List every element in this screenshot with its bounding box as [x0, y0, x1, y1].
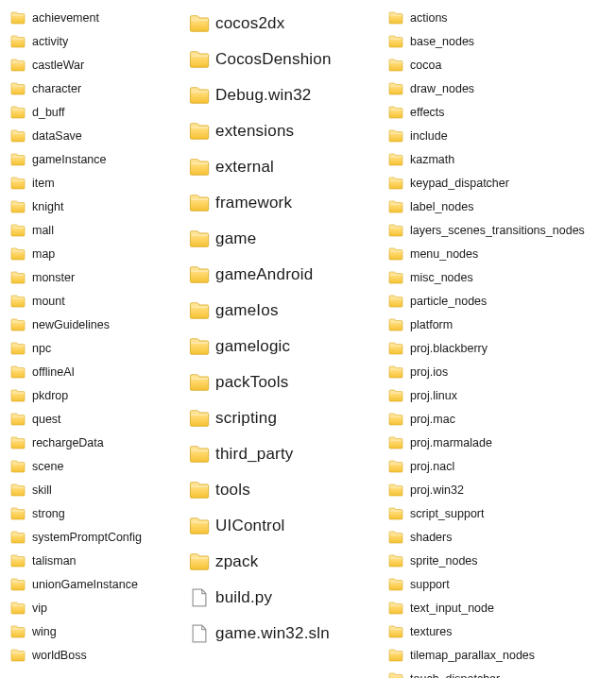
- folder-icon: [189, 193, 210, 213]
- folder-item[interactable]: proj.win32: [387, 478, 589, 501]
- item-label: UIControl: [215, 517, 285, 535]
- folder-item[interactable]: Debug.win32: [189, 77, 387, 113]
- folder-item[interactable]: map: [9, 242, 189, 265]
- folder-icon: [9, 80, 26, 97]
- folder-item[interactable]: tools: [189, 472, 387, 508]
- folder-item[interactable]: wing: [9, 619, 189, 643]
- item-label: proj.mac: [410, 413, 455, 426]
- folder-item[interactable]: item: [9, 171, 189, 195]
- folder-item[interactable]: packTools: [189, 364, 387, 400]
- folder-item[interactable]: vip: [9, 596, 189, 619]
- item-label: proj.marmalade: [410, 436, 492, 449]
- folder-item[interactable]: support: [387, 572, 589, 596]
- folder-item[interactable]: npc: [9, 336, 189, 360]
- folder-item[interactable]: shaders: [387, 525, 589, 549]
- file-item[interactable]: build.py: [189, 580, 387, 616]
- folder-item[interactable]: talisman: [9, 549, 189, 572]
- item-label: menu_nodes: [410, 247, 478, 261]
- file-item[interactable]: game.win32.sln: [189, 616, 387, 652]
- folder-item[interactable]: d_buff: [9, 100, 189, 124]
- folder-item[interactable]: monster: [9, 265, 189, 289]
- item-label: shaders: [410, 531, 452, 544]
- folder-item[interactable]: layers_scenes_transitions_nodes: [387, 218, 589, 242]
- folder-item[interactable]: proj.marmalade: [387, 431, 589, 454]
- folder-item[interactable]: kazmath: [387, 147, 589, 171]
- item-label: CocosDenshion: [215, 50, 332, 69]
- folder-item[interactable]: systemPromptConfig: [9, 525, 189, 549]
- folder-icon: [9, 482, 26, 499]
- folder-item[interactable]: touch_dispatcher: [387, 667, 589, 678]
- folder-item[interactable]: quest: [9, 407, 189, 431]
- folder-item[interactable]: script_support: [387, 501, 589, 525]
- folder-item[interactable]: skill: [9, 478, 189, 501]
- folder-item[interactable]: dataSave: [9, 124, 189, 147]
- folder-item[interactable]: platform: [387, 313, 589, 336]
- folder-item[interactable]: zpack: [189, 544, 387, 580]
- item-label: proj.linux: [410, 389, 457, 402]
- folder-item[interactable]: proj.ios: [387, 360, 589, 383]
- folder-item[interactable]: rechargeData: [9, 431, 189, 454]
- folder-item[interactable]: unionGameInstance: [9, 572, 189, 596]
- item-label: activity: [32, 35, 68, 48]
- folder-icon: [9, 104, 26, 121]
- folder-item[interactable]: cocos2dx: [189, 6, 387, 42]
- folder-item[interactable]: game: [189, 221, 387, 257]
- folder-item[interactable]: proj.nacl: [387, 454, 589, 478]
- folder-item[interactable]: menu_nodes: [387, 242, 589, 265]
- folder-item[interactable]: pkdrop: [9, 383, 189, 407]
- folder-icon: [9, 576, 26, 593]
- folder-item[interactable]: gameInstance: [9, 147, 189, 171]
- folder-item[interactable]: offlineAI: [9, 360, 189, 383]
- folder-item[interactable]: draw_nodes: [387, 76, 589, 100]
- folder-item[interactable]: include: [387, 124, 589, 147]
- folder-item[interactable]: actions: [387, 6, 589, 29]
- folder-icon: [9, 151, 26, 168]
- folder-item[interactable]: framework: [189, 185, 387, 221]
- folder-item[interactable]: particle_nodes: [387, 289, 589, 313]
- item-label: wing: [32, 625, 57, 638]
- column-2: cocos2dxCocosDenshionDebug.win32extensio…: [189, 6, 387, 652]
- folder-item[interactable]: gameAndroid: [189, 257, 387, 293]
- folder-item[interactable]: strong: [9, 501, 189, 525]
- folder-item[interactable]: textures: [387, 619, 589, 643]
- folder-item[interactable]: extensions: [189, 113, 387, 149]
- folder-icon: [387, 293, 404, 310]
- folder-item[interactable]: newGuidelines: [9, 313, 189, 336]
- folder-item[interactable]: achievement: [9, 6, 189, 29]
- item-label: game: [215, 229, 256, 248]
- folder-item[interactable]: worldBoss: [9, 643, 189, 667]
- folder-item[interactable]: gamelogic: [189, 329, 387, 364]
- folder-item[interactable]: effects: [387, 100, 589, 124]
- folder-item[interactable]: castleWar: [9, 53, 189, 76]
- folder-item[interactable]: keypad_dispatcher: [387, 171, 589, 195]
- folder-icon: [9, 529, 26, 546]
- item-label: gameIos: [215, 301, 279, 320]
- folder-item[interactable]: activity: [9, 29, 189, 53]
- folder-item[interactable]: third_party: [189, 436, 387, 472]
- folder-item[interactable]: label_nodes: [387, 195, 589, 218]
- folder-item[interactable]: misc_nodes: [387, 265, 589, 289]
- folder-item[interactable]: character: [9, 76, 189, 100]
- folder-item[interactable]: sprite_nodes: [387, 549, 589, 572]
- folder-icon: [387, 482, 404, 499]
- folder-item[interactable]: base_nodes: [387, 29, 589, 53]
- folder-item[interactable]: knight: [9, 195, 189, 218]
- folder-item[interactable]: scripting: [189, 400, 387, 436]
- folder-item[interactable]: text_input_node: [387, 596, 589, 619]
- folder-item[interactable]: mall: [9, 218, 189, 242]
- folder-item[interactable]: external: [189, 149, 387, 185]
- folder-item[interactable]: proj.linux: [387, 383, 589, 407]
- folder-item[interactable]: proj.blackberry: [387, 336, 589, 360]
- folder-item[interactable]: scene: [9, 454, 189, 478]
- folder-icon: [387, 552, 404, 569]
- folder-item[interactable]: cocoa: [387, 53, 589, 76]
- folder-item[interactable]: proj.mac: [387, 407, 589, 431]
- folder-icon: [387, 364, 404, 381]
- folder-item[interactable]: UIControl: [189, 508, 387, 544]
- folder-item[interactable]: mount: [9, 289, 189, 313]
- folder-item[interactable]: tilemap_parallax_nodes: [387, 643, 589, 667]
- item-label: pkdrop: [32, 389, 68, 402]
- folder-item[interactable]: CocosDenshion: [189, 42, 387, 77]
- folder-item[interactable]: gameIos: [189, 293, 387, 329]
- folder-icon: [387, 387, 404, 404]
